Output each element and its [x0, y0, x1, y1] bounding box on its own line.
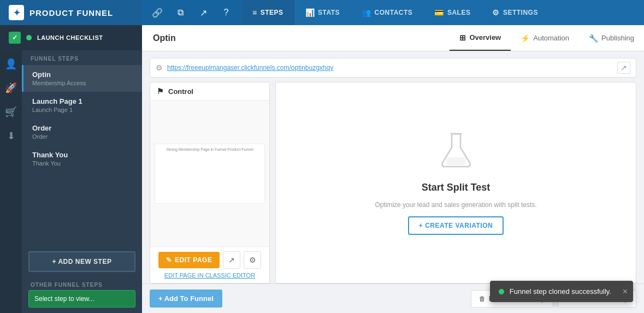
sidebar-icon-download[interactable]: ⬇	[3, 128, 19, 144]
sidebar-main: FUNNEL STEPS Optin Membership Access Lau…	[22, 50, 142, 313]
tab-settings[interactable]: ⚙ SETTINGS	[481, 0, 549, 25]
sidebar-item-thank-you[interactable]: Thank You Thank You	[22, 145, 142, 172]
main-content: Optin ⊞ Overview ⚡ Automation 🔧 Publishi…	[142, 25, 644, 313]
url-external-icon[interactable]: ↗	[617, 62, 630, 74]
nav-external-icon[interactable]: ↗	[193, 3, 213, 22]
settings-gear-button[interactable]: ⚙	[244, 251, 261, 269]
sidebar-icon-cart[interactable]: 🛒	[3, 104, 19, 120]
sidebar-item-optin[interactable]: Optin Membership Access	[22, 65, 142, 92]
sidebar-left-icons: 👤 🚀 🛒 ⬇	[0, 50, 22, 313]
tab-automation[interactable]: ⚡ Automation	[511, 25, 579, 51]
split-area: ⚑ Control Strong Membership Page in Funn…	[142, 82, 644, 284]
external-icon: ↗	[228, 256, 235, 264]
flask-icon	[440, 131, 472, 175]
launch-checklist[interactable]: ✓ LAUNCH CHECKLIST	[0, 25, 142, 50]
content-tabs: ⊞ Overview ⚡ Automation 🔧 Publishing	[450, 25, 644, 51]
toast-close-button[interactable]: ×	[623, 287, 628, 297]
classic-editor-link[interactable]: EDIT PAGE IN CLASSIC EDITOR	[164, 272, 255, 279]
sidebar-inner: 👤 🚀 🛒 ⬇ FUNNEL STEPS Optin Membership Ac…	[0, 50, 142, 313]
variation-header: ⚑ Control	[150, 82, 269, 101]
sidebar-icon-user[interactable]: 👤	[3, 56, 19, 72]
create-variation-button[interactable]: + CREATE VARIATION	[408, 216, 504, 235]
split-test-title: Start Split Test	[422, 182, 491, 193]
nav-icons: 🔗 ⧉ ↗ ?	[142, 0, 241, 25]
overview-icon: ⊞	[459, 33, 466, 42]
sidebar-item-order[interactable]: Order Order	[22, 119, 142, 145]
top-nav-tabs: ≡ STEPS 📊 STATS 👥 CONTACTS 💳 SALES ⚙ SET…	[241, 0, 644, 25]
trash-icon: 🗑	[479, 295, 486, 303]
sidebar: ✓ LAUNCH CHECKLIST 👤 🚀 🛒 ⬇ FUNNEL STEPS …	[0, 25, 142, 313]
brand-area: ✦ PRODUCT FUNNEL	[0, 0, 142, 25]
control-variation-card: ⚑ Control Strong Membership Page in Funn…	[150, 82, 270, 284]
nav-copy-icon[interactable]: ⧉	[170, 3, 190, 22]
toast-message: Funnel step cloned successfully.	[510, 287, 611, 296]
variation-label: Control	[168, 87, 193, 96]
stats-icon: 📊	[305, 8, 315, 17]
top-nav: ✦ PRODUCT FUNNEL 🔗 ⧉ ↗ ? ≡ STEPS 📊 STATS…	[0, 0, 644, 25]
edit-page-button[interactable]: ✎ EDIT PAGE	[158, 252, 220, 268]
funnel-steps-title: FUNNEL STEPS	[22, 50, 142, 65]
add-to-funnel-button[interactable]: + Add To Funnel	[150, 290, 222, 308]
url-bar: ⚙ https://freeeuplmangaser.clickfunnels.…	[150, 58, 636, 78]
content-header: Optin ⊞ Overview ⚡ Automation 🔧 Publishi…	[142, 25, 644, 51]
split-test-description: Optimize your lead and sales generation …	[375, 200, 536, 210]
tab-contacts[interactable]: 👥 CONTACTS	[351, 0, 423, 25]
layout: ✓ LAUNCH CHECKLIST 👤 🚀 🛒 ⬇ FUNNEL STEPS …	[0, 25, 644, 313]
tab-overview[interactable]: ⊞ Overview	[450, 25, 511, 51]
nav-help-icon[interactable]: ?	[216, 3, 236, 22]
tab-steps[interactable]: ≡ STEPS	[241, 0, 294, 25]
check-icon: ✓	[9, 32, 21, 44]
brand-name: PRODUCT FUNNEL	[29, 8, 113, 17]
nav-link-icon[interactable]: 🔗	[147, 3, 167, 22]
automation-icon: ⚡	[521, 34, 530, 43]
contacts-icon: 👥	[362, 8, 371, 17]
sidebar-items: Optin Membership Access Launch Page 1 La…	[22, 65, 142, 246]
toast-status-dot	[499, 289, 504, 294]
publishing-icon: 🔧	[589, 34, 598, 43]
add-new-step-button[interactable]: + ADD NEW STEP	[28, 251, 135, 272]
preview-thumbnail: Strong Membership Page in Funnel Product…	[155, 144, 265, 204]
url-text: https://freeeuplmangaser.clickfunnels.co…	[167, 64, 613, 72]
brand-icon: ✦	[9, 5, 24, 20]
preview-text: Strong Membership Page in Funnel Product…	[166, 147, 253, 151]
steps-icon: ≡	[252, 8, 257, 17]
select-step-dropdown[interactable]: Select step to view...	[28, 290, 135, 308]
page-title: Optin	[142, 25, 450, 51]
sales-icon: 💳	[434, 8, 444, 17]
flag-icon: ⚑	[157, 87, 164, 96]
launch-status-dot	[26, 35, 32, 40]
edit-icon: ✎	[166, 256, 172, 264]
sidebar-item-launch-page[interactable]: Launch Page 1 Launch Page 1	[22, 92, 142, 119]
other-funnel-title: OTHER FUNNEL STEPS	[22, 277, 142, 290]
url-gear-icon[interactable]: ⚙	[156, 63, 163, 72]
tab-publishing[interactable]: 🔧 Publishing	[579, 25, 644, 51]
external-link-button[interactable]: ↗	[223, 251, 240, 269]
variation-preview: Strong Membership Page in Funnel Product…	[150, 101, 269, 246]
tab-stats[interactable]: 📊 STATS	[294, 0, 351, 25]
tab-sales[interactable]: 💳 SALES	[423, 0, 481, 25]
split-test-panel: Start Split Test Optimize your lead and …	[275, 82, 636, 284]
toast-notification: Funnel step cloned successfully. ×	[490, 281, 633, 302]
settings-icon: ⚙	[492, 8, 500, 17]
variation-footer: ✎ EDIT PAGE ↗ ⚙ EDIT PAGE IN CLASSIC EDI…	[150, 246, 269, 283]
sidebar-icon-rocket[interactable]: 🚀	[3, 80, 19, 96]
gear-icon: ⚙	[249, 256, 256, 264]
